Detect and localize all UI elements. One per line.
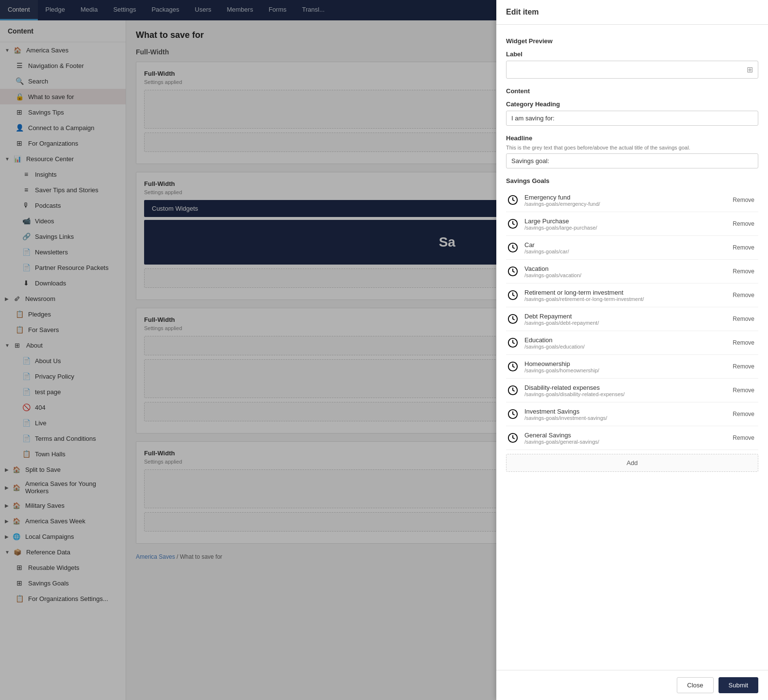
goal-name: Education [524, 336, 729, 344]
list-item: Car /savings-goals/car/ Remove [506, 236, 758, 260]
goal-name: Homeownership [524, 360, 729, 367]
goal-icon [506, 336, 520, 350]
add-button[interactable]: Add [506, 454, 758, 472]
goal-info: Education /savings-goals/education/ [524, 336, 729, 350]
edit-panel-body: Widget Preview Label ⊞ Content Category … [496, 25, 768, 670]
goal-icon [506, 407, 520, 421]
list-item: Debt Repayment /savings-goals/debt-repay… [506, 307, 758, 331]
goal-path: /savings-goals/emergency-fund/ [524, 201, 729, 207]
headline-field: Headline This is the grey text that goes… [506, 134, 758, 168]
remove-button[interactable]: Remove [729, 433, 758, 443]
headline-label: Headline [506, 134, 758, 142]
list-item: Vacation /savings-goals/vacation/ Remove [506, 260, 758, 283]
category-heading-input[interactable] [506, 111, 758, 126]
edit-panel: Edit item Widget Preview Label ⊞ Content… [496, 0, 768, 700]
headline-input[interactable] [506, 153, 758, 168]
goal-path: /savings-goals/debt-repayment/ [524, 320, 729, 326]
list-item: Emergency fund /savings-goals/emergency-… [506, 188, 758, 212]
remove-button[interactable]: Remove [729, 361, 758, 372]
goal-info: Debt Repayment /savings-goals/debt-repay… [524, 313, 729, 326]
goal-name: Debt Repayment [524, 313, 729, 320]
goal-icon [506, 217, 520, 231]
category-heading-label: Category Heading [506, 100, 758, 108]
goal-path: /savings-goals/retirement-or-long-term-i… [524, 296, 729, 302]
goal-name: Car [524, 241, 729, 249]
category-heading-field: Category Heading [506, 100, 758, 126]
goal-path: /savings-goals/homeownership/ [524, 367, 729, 373]
goal-path: /savings-goals/vacation/ [524, 272, 729, 278]
goal-name: Vacation [524, 265, 729, 272]
goal-icon [506, 288, 520, 302]
edit-panel-footer: Close Submit [496, 670, 768, 700]
label-field-label: Label [506, 50, 758, 58]
remove-button[interactable]: Remove [729, 337, 758, 348]
goal-icon [506, 383, 520, 397]
widget-preview-box: ⊞ [506, 61, 758, 79]
list-item: General Savings /savings-goals/general-s… [506, 426, 758, 450]
remove-button[interactable]: Remove [729, 314, 758, 324]
goal-info: Emergency fund /savings-goals/emergency-… [524, 194, 729, 207]
savings-goals-title: Savings Goals [506, 177, 758, 184]
goal-name: General Savings [524, 432, 729, 439]
list-item: Large Purchase /savings-goals/large-purc… [506, 212, 758, 236]
remove-button[interactable]: Remove [729, 266, 758, 277]
goal-icon [506, 241, 520, 254]
close-button[interactable]: Close [677, 677, 713, 693]
savings-goals-section: Savings Goals Emergency fund /savings-go… [506, 177, 758, 472]
goal-name: Emergency fund [524, 194, 729, 201]
edit-panel-title: Edit item [496, 0, 768, 25]
goal-name: Disability-related expenses [524, 384, 729, 391]
goal-info: Large Purchase /savings-goals/large-purc… [524, 217, 729, 231]
goal-icon [506, 193, 520, 207]
remove-button[interactable]: Remove [729, 242, 758, 253]
widget-preview-icon: ⊞ [747, 65, 753, 74]
goal-path: /savings-goals/education/ [524, 344, 729, 350]
goal-info: Disability-related expenses /savings-goa… [524, 384, 729, 397]
submit-button[interactable]: Submit [719, 677, 758, 693]
goal-name: Retirement or long-term investment [524, 289, 729, 296]
headline-hint: This is the grey text that goes before/a… [506, 145, 758, 150]
remove-button[interactable]: Remove [729, 385, 758, 396]
goal-name: Large Purchase [524, 217, 729, 225]
goal-info: Homeownership /savings-goals/homeownersh… [524, 360, 729, 373]
list-item: Investment Savings /savings-goals/invest… [506, 402, 758, 426]
goal-path: /savings-goals/disability-related-expens… [524, 391, 729, 397]
goal-info: Car /savings-goals/car/ [524, 241, 729, 254]
goal-info: Vacation /savings-goals/vacation/ [524, 265, 729, 278]
remove-button[interactable]: Remove [729, 290, 758, 300]
goal-path: /savings-goals/large-purchase/ [524, 225, 729, 231]
label-field: Label ⊞ [506, 50, 758, 79]
remove-button[interactable]: Remove [729, 195, 758, 205]
remove-button[interactable]: Remove [729, 409, 758, 419]
content-section-title: Content [506, 87, 758, 95]
goal-name: Investment Savings [524, 408, 729, 415]
goal-path: /savings-goals/investment-savings/ [524, 415, 729, 421]
list-item: Disability-related expenses /savings-goa… [506, 379, 758, 402]
goal-icon [506, 265, 520, 278]
goal-info: General Savings /savings-goals/general-s… [524, 432, 729, 445]
list-item: Retirement or long-term investment /savi… [506, 283, 758, 307]
remove-button[interactable]: Remove [729, 218, 758, 229]
list-item: Education /savings-goals/education/ Remo… [506, 331, 758, 355]
goal-info: Investment Savings /savings-goals/invest… [524, 408, 729, 421]
goal-icon [506, 312, 520, 326]
widget-preview-title: Widget Preview [506, 37, 758, 45]
goal-icon [506, 360, 520, 373]
goal-info: Retirement or long-term investment /savi… [524, 289, 729, 302]
goal-path: /savings-goals/car/ [524, 249, 729, 254]
goal-icon [506, 431, 520, 445]
list-item: Homeownership /savings-goals/homeownersh… [506, 355, 758, 379]
goal-path: /savings-goals/general-savings/ [524, 439, 729, 445]
